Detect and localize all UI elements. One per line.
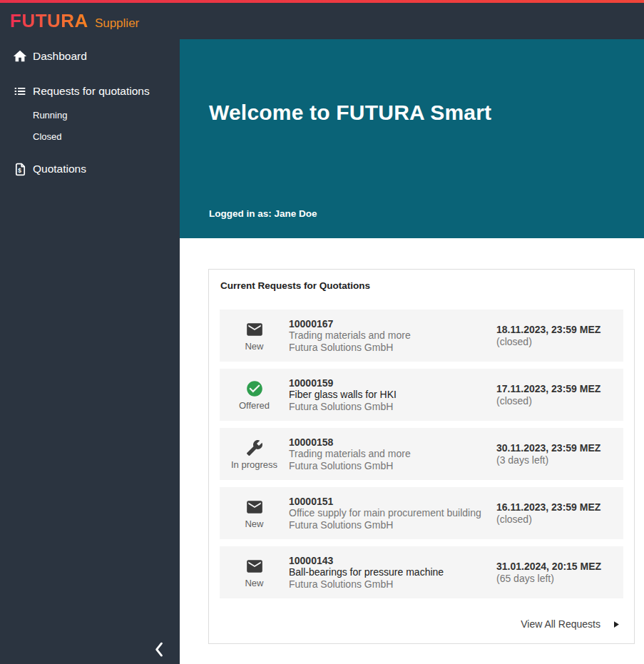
- arrow-right-icon[interactable]: [610, 619, 621, 630]
- request-company: Futura Solutions GmbH: [289, 342, 496, 354]
- view-all-requests-link[interactable]: View All Requests: [521, 618, 600, 630]
- request-deadline: 18.11.2023, 23:59 MEZ: [496, 324, 613, 336]
- deadline-cell: 18.11.2023, 23:59 MEZ (closed): [496, 324, 613, 348]
- request-remaining: (closed): [496, 395, 613, 407]
- sidebar-nav: Dashboard Requests for quotations Runnin…: [0, 39, 180, 178]
- sidebar-subitem-running[interactable]: Running: [0, 107, 180, 123]
- mail-icon: [245, 320, 264, 339]
- chevron-left-icon: [149, 639, 168, 660]
- status-label: In progress: [231, 459, 277, 470]
- quotation-document-icon: $: [11, 160, 29, 178]
- sidebar-item-quotations[interactable]: $ Quotations: [0, 160, 180, 178]
- request-company: Futura Solutions GmbH: [289, 519, 496, 531]
- request-remaining: (closed): [496, 336, 613, 348]
- welcome-banner: Welcome to FUTURA Smart Logged in as: Ja…: [180, 39, 644, 238]
- sidebar-item-label: Dashboard: [33, 50, 87, 63]
- request-id: 10000143: [289, 555, 496, 567]
- sidebar-subitem-label: Running: [33, 110, 67, 121]
- request-description: Trading materials and more: [289, 448, 496, 460]
- request-remaining: (3 days left): [496, 454, 613, 466]
- wrench-icon: [245, 439, 264, 457]
- sidebar-item-label: Requests for quotations: [33, 85, 150, 98]
- banner-title: Welcome to FUTURA Smart: [209, 101, 615, 125]
- current-requests-card: Current Requests for Quotations New 1000…: [208, 269, 635, 644]
- request-row[interactable]: In progress 10000158 Trading materials a…: [220, 428, 623, 480]
- request-description: Trading materials and more: [289, 330, 496, 342]
- sidebar-subitem-closed[interactable]: Closed: [0, 128, 180, 144]
- request-remaining: (closed): [496, 514, 613, 526]
- status-label: New: [245, 341, 263, 352]
- request-company: Futura Solutions GmbH: [289, 578, 496, 591]
- sidebar-subitem-label: Closed: [33, 131, 61, 142]
- home-icon: [11, 48, 29, 65]
- status-cell: In progress: [220, 439, 289, 470]
- request-deadline: 16.11.2023, 23:59 MEZ: [496, 501, 613, 514]
- request-description: Ball-bearings for pressure machine: [289, 566, 496, 578]
- deadline-cell: 31.01.2024, 20:15 MEZ (65 days left): [496, 561, 613, 585]
- request-row[interactable]: New 10000151 Office supply for main proc…: [220, 487, 623, 539]
- deadline-cell: 16.11.2023, 23:59 MEZ (closed): [496, 501, 613, 526]
- brand-name: FUTURA: [10, 10, 88, 32]
- request-id: 10000158: [289, 436, 496, 449]
- request-id: 10000159: [289, 377, 496, 389]
- request-company: Futura Solutions GmbH: [289, 401, 496, 413]
- list-icon: [11, 83, 29, 100]
- deadline-cell: 30.11.2023, 23:59 MEZ (3 days left): [496, 442, 613, 466]
- request-deadline: 31.01.2024, 20:15 MEZ: [496, 561, 613, 573]
- request-row[interactable]: New 10000167 Trading materials and more …: [220, 310, 623, 362]
- request-info: 10000151 Office supply for main procurem…: [289, 496, 496, 531]
- sidebar-item-dashboard[interactable]: Dashboard: [0, 47, 180, 66]
- sidebar-item-requests-for-quotations[interactable]: Requests for quotations: [0, 82, 180, 101]
- request-deadline: 30.11.2023, 23:59 MEZ: [496, 442, 613, 454]
- status-label: New: [245, 578, 263, 588]
- request-deadline: 17.11.2023, 23:59 MEZ: [496, 383, 613, 395]
- request-remaining: (65 days left): [496, 573, 613, 585]
- card-footer: View All Requests: [220, 618, 623, 630]
- sidebar-collapse-button[interactable]: [148, 639, 169, 660]
- deadline-cell: 17.11.2023, 23:59 MEZ (closed): [496, 383, 613, 407]
- status-cell: New: [220, 320, 289, 352]
- request-company: Futura Solutions GmbH: [289, 460, 496, 472]
- request-info: 10000158 Trading materials and more Futu…: [289, 436, 496, 472]
- sidebar-item-label: Quotations: [33, 163, 86, 175]
- status-cell: Offered: [220, 379, 289, 411]
- request-row[interactable]: New 10000143 Ball-bearings for pressure …: [220, 546, 623, 598]
- svg-text:$: $: [18, 167, 21, 174]
- status-cell: New: [220, 557, 289, 588]
- request-description: Fiber glass walls for HKI: [289, 389, 496, 401]
- request-info: 10000167 Trading materials and more Futu…: [289, 318, 496, 354]
- sidebar: Dashboard Requests for quotations Runnin…: [0, 39, 180, 664]
- status-cell: New: [220, 498, 289, 529]
- request-id: 10000167: [289, 318, 496, 330]
- main-content: Welcome to FUTURA Smart Logged in as: Ja…: [180, 39, 644, 664]
- request-row[interactable]: Offered 10000159 Fiber glass walls for H…: [220, 369, 623, 421]
- request-id: 10000151: [289, 496, 496, 508]
- mail-icon: [245, 498, 264, 516]
- brand-product: Supplier: [95, 16, 139, 31]
- mail-icon: [245, 557, 264, 576]
- logged-in-text: Logged in as: Jane Doe: [209, 208, 615, 219]
- status-label: Offered: [239, 400, 270, 411]
- request-info: 10000143 Ball-bearings for pressure mach…: [289, 555, 496, 591]
- card-title: Current Requests for Quotations: [220, 280, 623, 291]
- brand-logo[interactable]: FUTURA Supplier: [10, 10, 139, 32]
- check-circle-icon: [245, 379, 264, 398]
- app-header: FUTURA Supplier: [0, 3, 644, 39]
- request-description: Office supply for main procurement build…: [289, 507, 496, 519]
- request-info: 10000159 Fiber glass walls for HKI Futur…: [289, 377, 496, 413]
- status-label: New: [245, 519, 263, 529]
